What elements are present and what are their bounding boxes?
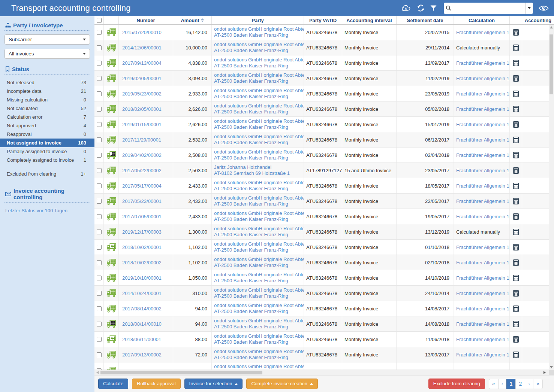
calculation-link[interactable]: Frachtführer Allgemein 1: [456, 183, 509, 189]
row-checkbox[interactable]: [97, 153, 102, 158]
column-header-party[interactable]: Party: [212, 16, 304, 24]
party-name-link[interactable]: ondot solutions GmbH originale Root Abte…: [214, 226, 304, 232]
party-name-link[interactable]: ondot solutions GmbH originale Root Abte…: [214, 287, 304, 293]
party-name-link[interactable]: ondot solutions GmbH originale Root Abte…: [214, 149, 304, 155]
calculation-link[interactable]: Frachtführer Allgemein 1: [456, 168, 509, 173]
party-name-link[interactable]: ondot solutions GmbH originale Root Abte…: [214, 318, 304, 324]
party-address-link[interactable]: AT-2500 Baden Kaiser Franz-Ring: [214, 32, 288, 38]
calculation-link[interactable]: Frachtführer Allgemein 1: [456, 352, 509, 358]
calculation-link[interactable]: Calculated manually: [456, 45, 500, 51]
column-header-number[interactable]: Number: [119, 16, 173, 24]
row-checkbox[interactable]: [97, 107, 102, 112]
sort-icon[interactable]: [201, 18, 204, 22]
invoice-number-link[interactable]: 2017/05/17/00004: [122, 183, 162, 189]
invoice-for-selection-button[interactable]: Invoice for selection: [184, 379, 243, 389]
party-address-link[interactable]: AT-2500 Baden Kaiser Franz-Ring: [214, 78, 288, 84]
invoice-number-link[interactable]: 2017/07/05/00001: [122, 214, 162, 219]
calculation-link[interactable]: Frachtführer Allgemein 1: [456, 244, 509, 250]
party-name-link[interactable]: ondot solutions GmbH originale Root Abte…: [214, 180, 304, 186]
invoice-number-link[interactable]: 2018/06/11/00001: [122, 337, 161, 342]
calculation-link[interactable]: Frachtführer Allgemein 1: [456, 91, 509, 97]
calculator-icon[interactable]: [513, 137, 519, 143]
invoice-number-link[interactable]: 2017/09/13/00002: [122, 352, 162, 358]
row-checkbox[interactable]: [97, 352, 102, 357]
status-filter-item[interactable]: Missing calculation 0: [0, 95, 94, 104]
row-checkbox[interactable]: [97, 122, 102, 127]
invoice-number-link[interactable]: 2019/12/17/00003: [122, 229, 162, 235]
party-name-link[interactable]: Jaritz Johanna Holzhandel: [214, 164, 271, 170]
calculator-icon[interactable]: [513, 306, 519, 312]
row-checkbox[interactable]: [97, 276, 102, 280]
calculation-link[interactable]: Frachtführer Allgemein 1: [456, 337, 509, 342]
party-address-link[interactable]: AT-2500 Baden Kaiser Franz-Ring: [214, 155, 288, 161]
status-filter-item[interactable]: Reapproval 0: [0, 130, 94, 139]
row-checkbox[interactable]: [97, 30, 102, 35]
calculator-icon[interactable]: [513, 290, 519, 297]
status-filter-item[interactable]: Not released 73: [0, 78, 94, 87]
calculator-icon[interactable]: [513, 229, 519, 235]
row-checkbox[interactable]: [97, 45, 102, 50]
calculation-link[interactable]: Frachtführer Allgemein 1: [456, 76, 509, 81]
calculator-icon[interactable]: [513, 45, 519, 51]
letzter-status-link[interactable]: Letzter Status vor 100 Tagen: [4, 206, 68, 215]
calculate-button[interactable]: Calculate: [98, 379, 128, 389]
calculation-link[interactable]: Frachtführer Allgemein 1: [456, 321, 509, 327]
invoice-number-link[interactable]: 2017/08/14/00002: [122, 306, 162, 312]
calculator-icon[interactable]: [513, 336, 519, 343]
party-address-link[interactable]: AT-2500 Baden Kaiser Franz-Ring: [214, 186, 288, 192]
calculation-link[interactable]: Frachtführer Allgemein 1: [456, 214, 509, 219]
calculation-link[interactable]: Calculated manually: [456, 229, 500, 235]
invoice-number-link[interactable]: 2018/02/05/00001: [122, 106, 162, 112]
calculation-link[interactable]: Frachtführer Allgemein 1: [456, 60, 509, 66]
invoice-number-link[interactable]: 2018/08/14/00010: [122, 321, 162, 327]
party-name-link[interactable]: ondot solutions GmbH originale Root Abte…: [214, 349, 304, 355]
party-address-link[interactable]: AT-2500 Baden Kaiser Franz-Ring: [214, 201, 288, 207]
calculation-link[interactable]: Frachtführer Allgemein 1: [456, 291, 509, 296]
row-checkbox[interactable]: [97, 322, 102, 326]
party-address-link[interactable]: AT-2500 Baden Kaiser Franz-Ring: [214, 94, 288, 100]
party-address-link[interactable]: AT-2500 Baden Kaiser Franz-Ring: [214, 355, 288, 361]
scroll-down-arrow-icon[interactable]: [550, 366, 553, 368]
party-address-link[interactable]: AT-2500 Baden Kaiser Franz-Ring: [214, 247, 288, 253]
calculation-link[interactable]: Frachtführer Allgemein 1: [456, 306, 509, 312]
calculator-icon[interactable]: [513, 106, 519, 112]
calculation-link[interactable]: Frachtführer Allgemein 1: [456, 30, 509, 35]
row-checkbox[interactable]: [97, 183, 102, 188]
invoice-number-link[interactable]: 2019/02/05/00001: [122, 76, 162, 81]
row-checkbox[interactable]: [97, 76, 102, 81]
search-dropdown-button[interactable]: [525, 3, 533, 14]
calculation-link[interactable]: Frachtführer Allgemein 1: [456, 275, 509, 281]
column-header-calculation[interactable]: Calculation: [454, 16, 510, 24]
party-address-link[interactable]: AT-2500 Baden Kaiser Franz-Ring: [214, 293, 288, 299]
eye-icon[interactable]: [539, 5, 549, 12]
calculator-icon[interactable]: [513, 152, 519, 158]
invoice-number-link[interactable]: 2017/05/22/00002: [122, 168, 162, 173]
status-filter-item-excluded[interactable]: Excluded from clearing 1+: [0, 170, 94, 178]
refresh-icon[interactable]: [417, 4, 425, 12]
invoice-number-link[interactable]: 2019/01/15/00001: [122, 122, 162, 127]
calculator-icon[interactable]: [513, 60, 519, 66]
calculator-icon[interactable]: [513, 121, 519, 128]
calculator-icon[interactable]: [513, 91, 519, 97]
scroll-right-arrow-icon[interactable]: [544, 371, 546, 374]
party-name-link[interactable]: ondot solutions GmbH originale Root Abte…: [214, 303, 304, 309]
exclude-from-clearing-button[interactable]: Exclude from clearing: [428, 379, 485, 389]
pagination-button[interactable]: ›: [525, 379, 533, 389]
party-name-link[interactable]: ondot solutions GmbH originale Root Abte…: [214, 42, 304, 48]
party-address-link[interactable]: AT-2500 Baden Kaiser Franz-Ring: [214, 140, 288, 146]
calculator-icon[interactable]: [513, 167, 519, 174]
row-checkbox[interactable]: [97, 230, 102, 234]
calculation-link[interactable]: Frachtführer Allgemein 1: [456, 198, 509, 204]
search-input[interactable]: [453, 3, 525, 14]
party-name-link[interactable]: ondot solutions GmbH originale Root Abte…: [214, 256, 304, 262]
party-address-link[interactable]: AT-2500 Baden Kaiser Franz-Ring: [214, 278, 288, 284]
row-checkbox[interactable]: [97, 291, 102, 296]
invoice-number-link[interactable]: 2015/07/20/00010: [122, 30, 162, 35]
party-address-link[interactable]: AT-2500 Baden Kaiser Franz-Ring: [214, 48, 288, 54]
party-address-link[interactable]: AT-2500 Baden Kaiser Franz-Ring: [214, 232, 288, 238]
invoice-number-link[interactable]: 2014/10/24/00001: [122, 291, 162, 296]
party-name-link[interactable]: ondot solutions GmbH originale Root Abte…: [214, 103, 304, 109]
invoicetype-select[interactable]: All invoices: [4, 49, 90, 59]
scroll-left-arrow-icon[interactable]: [96, 371, 99, 374]
column-header-accounting-interval[interactable]: Accounting interval: [342, 16, 397, 24]
